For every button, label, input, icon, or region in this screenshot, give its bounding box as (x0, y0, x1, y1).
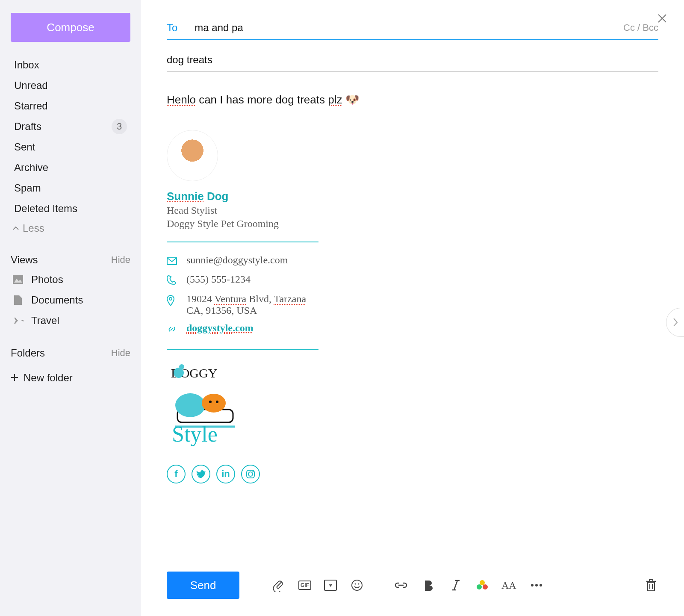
svg-point-6 (179, 364, 184, 369)
company-logo: DOGGY Style (167, 363, 658, 450)
divider (167, 349, 318, 350)
view-label: Documents (31, 294, 83, 306)
svg-rect-28 (648, 582, 655, 591)
more-icon[interactable] (529, 578, 544, 592)
nav-label: Inbox (14, 59, 39, 71)
to-row: To Cc / Bcc (167, 16, 658, 40)
social-row: f in (167, 465, 658, 483)
plus-icon (11, 372, 18, 384)
to-input[interactable] (195, 22, 623, 34)
toolbar-separator (379, 578, 379, 592)
svg-rect-30 (649, 580, 653, 581)
nav-inbox[interactable]: Inbox (11, 55, 130, 75)
sig-first: Sunnie (167, 190, 204, 203)
svg-point-25 (531, 584, 534, 587)
nav-starred[interactable]: Starred (11, 96, 130, 116)
svg-point-10 (202, 394, 226, 413)
signature-title: Head Stylist (167, 205, 658, 216)
linkedin-icon[interactable]: in (216, 465, 235, 483)
nav-label: Sent (14, 141, 35, 153)
attach-icon[interactable] (271, 578, 286, 592)
nav-label: Unread (14, 80, 48, 91)
svg-point-26 (535, 584, 538, 587)
emoji-icon[interactable] (350, 578, 364, 592)
chevron-up-icon (12, 222, 19, 234)
svg-point-27 (540, 584, 542, 587)
new-folder-button[interactable]: New folder (11, 368, 130, 388)
contact-email: sunnie@doggystyle.com (167, 254, 658, 268)
dog-emoji: 🐶 (345, 93, 359, 106)
nav-sent[interactable]: Sent (11, 137, 130, 157)
link-button-icon[interactable] (394, 578, 408, 592)
text-color-icon[interactable] (476, 578, 489, 592)
compose-toolbar: Send GIF AA (167, 572, 658, 599)
subject-row (167, 48, 658, 72)
contact-address: 19024 Ventura Blvd, Tarzana CA, 91356, U… (167, 293, 658, 316)
folders-header: Folders Hide (11, 344, 130, 363)
svg-point-16 (352, 580, 362, 590)
view-documents[interactable]: Documents (11, 290, 130, 310)
bold-icon[interactable] (421, 578, 436, 592)
svg-point-23 (483, 584, 488, 589)
cc-bcc-toggle[interactable]: Cc / Bcc (623, 22, 658, 33)
new-folder-label: New folder (24, 372, 73, 384)
body-word: can I has more dog treats (196, 93, 328, 106)
stationery-icon[interactable] (324, 580, 337, 591)
svg-point-17 (355, 584, 356, 585)
nav-label: Deleted Items (14, 203, 77, 215)
svg-point-12 (216, 401, 218, 403)
photos-icon (12, 275, 24, 284)
nav-archive[interactable]: Archive (11, 157, 130, 178)
nav-label: Starred (14, 100, 48, 112)
nav-label: Spam (14, 182, 41, 194)
nav-deleted[interactable]: Deleted Items (11, 198, 130, 219)
svg-point-24 (480, 580, 485, 585)
mail-icon (167, 256, 177, 268)
compose-button[interactable]: Compose (11, 13, 130, 42)
italic-icon[interactable] (448, 578, 463, 592)
to-label: To (167, 22, 177, 34)
instagram-icon[interactable] (241, 465, 260, 483)
folders-hide[interactable]: Hide (111, 348, 130, 359)
views-hide[interactable]: Hide (111, 254, 130, 265)
avatar (167, 130, 218, 181)
phone-icon (167, 275, 177, 287)
signature-name: Sunnie Dog (167, 190, 658, 203)
nav-drafts[interactable]: Drafts 3 (11, 116, 130, 137)
contact-website: doggystyle.com (167, 322, 658, 337)
body-word: Henlo (167, 93, 196, 106)
view-photos[interactable]: Photos (11, 269, 130, 290)
view-travel[interactable]: Travel (11, 310, 130, 331)
trash-icon[interactable] (644, 578, 658, 592)
nav-label: Drafts (14, 121, 41, 133)
font-size-icon[interactable]: AA (501, 578, 516, 592)
facebook-icon[interactable]: f (167, 465, 186, 483)
gif-icon[interactable]: GIF (298, 581, 311, 590)
twitter-icon[interactable] (192, 465, 210, 483)
body-word: plz (328, 93, 342, 106)
compose-panel: To Cc / Bcc Henlo can I has more dog tre… (141, 0, 684, 616)
svg-point-22 (477, 584, 482, 589)
folders-title: Folders (11, 347, 45, 359)
svg-point-15 (253, 471, 254, 472)
send-button[interactable]: Send (167, 572, 239, 599)
nav-spam[interactable]: Spam (11, 178, 130, 198)
sidebar: Compose Inbox Unread Starred Drafts 3 Se… (0, 0, 141, 616)
pin-icon (167, 295, 177, 309)
close-icon[interactable] (657, 13, 668, 26)
svg-point-9 (175, 393, 205, 417)
contact-website-value[interactable]: doggystyle.com (186, 322, 254, 334)
less-toggle[interactable]: Less (11, 219, 130, 238)
divider (167, 242, 318, 242)
svg-point-4 (169, 298, 172, 300)
drafts-count: 3 (112, 119, 127, 134)
nav-unread[interactable]: Unread (11, 75, 130, 96)
email-body[interactable]: Henlo can I has more dog treats plz 🐶 (167, 93, 658, 106)
nav-label: Archive (14, 162, 48, 174)
view-label: Photos (31, 274, 63, 286)
logo-bottom-text: Style (172, 422, 218, 446)
plane-icon (12, 317, 24, 324)
contact-address-value: 19024 Ventura Blvd, Tarzana CA, 91356, U… (186, 293, 306, 316)
view-label: Travel (31, 315, 59, 327)
subject-input[interactable] (167, 54, 658, 66)
